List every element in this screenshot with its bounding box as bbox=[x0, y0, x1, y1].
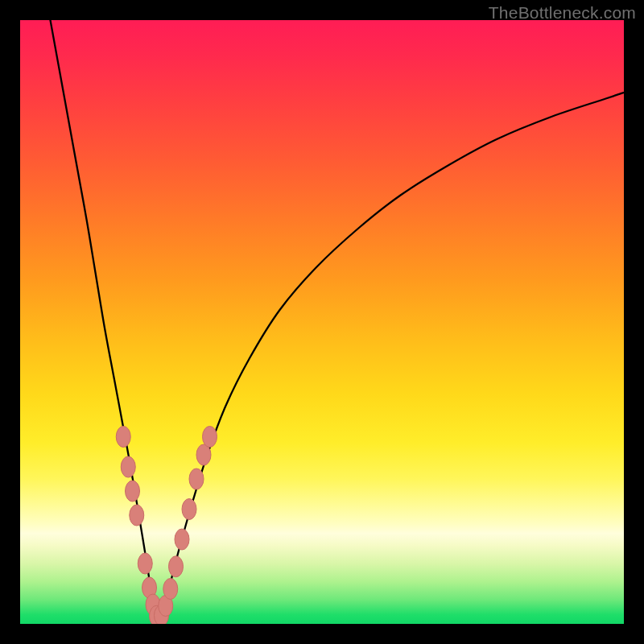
curve-layer bbox=[20, 20, 624, 624]
sample-marker bbox=[138, 553, 152, 574]
sample-marker bbox=[121, 456, 135, 477]
bottleneck-curve bbox=[51, 20, 625, 619]
sample-marker bbox=[175, 529, 189, 550]
sample-marker bbox=[130, 505, 144, 526]
sample-marker bbox=[163, 579, 178, 600]
sample-marker bbox=[126, 481, 140, 502]
sample-marker bbox=[116, 427, 130, 448]
watermark-text: TheBottleneck.com bbox=[489, 3, 636, 23]
sample-marker bbox=[203, 427, 217, 448]
sample-marker bbox=[169, 556, 184, 577]
chart-frame: TheBottleneck.com bbox=[0, 0, 644, 644]
sample-marker bbox=[189, 469, 204, 489]
plot-area bbox=[20, 20, 624, 624]
sample-marker bbox=[182, 499, 196, 520]
